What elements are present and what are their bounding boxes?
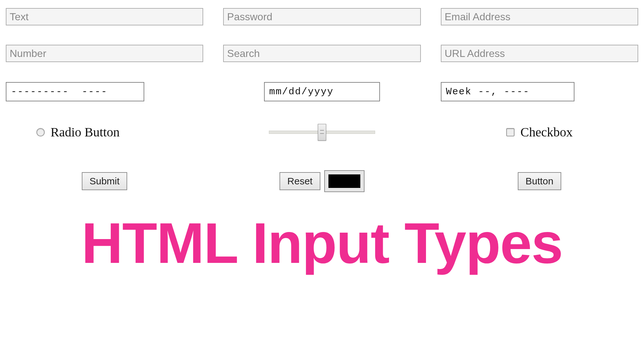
checkbox-label: Checkbox	[520, 125, 573, 140]
date-input[interactable]	[264, 82, 380, 101]
tel-input[interactable]	[6, 82, 144, 101]
radio-button[interactable]: Radio Button	[6, 125, 119, 140]
password-input[interactable]	[223, 8, 421, 25]
cell-url	[441, 45, 638, 62]
cell-date	[223, 82, 421, 101]
color-input[interactable]	[324, 170, 365, 192]
cell-tel	[6, 82, 203, 101]
cell-radio: Radio Button	[6, 125, 203, 140]
cell-text	[6, 8, 203, 25]
cell-submit: Submit	[6, 170, 203, 192]
cell-button: Button	[441, 170, 638, 192]
color-swatch-icon	[328, 174, 360, 188]
cell-checkbox: Checkbox	[441, 125, 638, 140]
cell-reset-color: Reset	[223, 170, 421, 192]
checkbox[interactable]: Checkbox	[506, 125, 573, 140]
generic-button[interactable]: Button	[518, 172, 561, 190]
email-input[interactable]	[441, 8, 638, 25]
cell-password	[223, 8, 421, 25]
page-title: HTML Input Types	[6, 215, 638, 272]
radio-icon	[36, 128, 45, 136]
week-input[interactable]	[441, 82, 574, 101]
text-input[interactable]	[6, 8, 203, 25]
slider-thumb-icon	[318, 124, 326, 141]
range-slider[interactable]	[269, 131, 375, 134]
cell-week	[441, 82, 638, 101]
radio-label: Radio Button	[51, 125, 119, 140]
form-grid: Radio Button Checkbox Submit Reset Butto…	[6, 8, 638, 192]
search-input[interactable]	[223, 45, 421, 62]
cell-number	[6, 45, 203, 62]
cell-email	[441, 8, 638, 25]
reset-color-group: Reset	[279, 170, 364, 192]
reset-button[interactable]: Reset	[279, 172, 320, 190]
checkbox-icon	[506, 128, 515, 136]
url-input[interactable]	[441, 45, 638, 62]
submit-button[interactable]: Submit	[82, 172, 127, 190]
cell-search	[223, 45, 421, 62]
number-input[interactable]	[6, 45, 203, 62]
cell-range	[223, 125, 421, 140]
